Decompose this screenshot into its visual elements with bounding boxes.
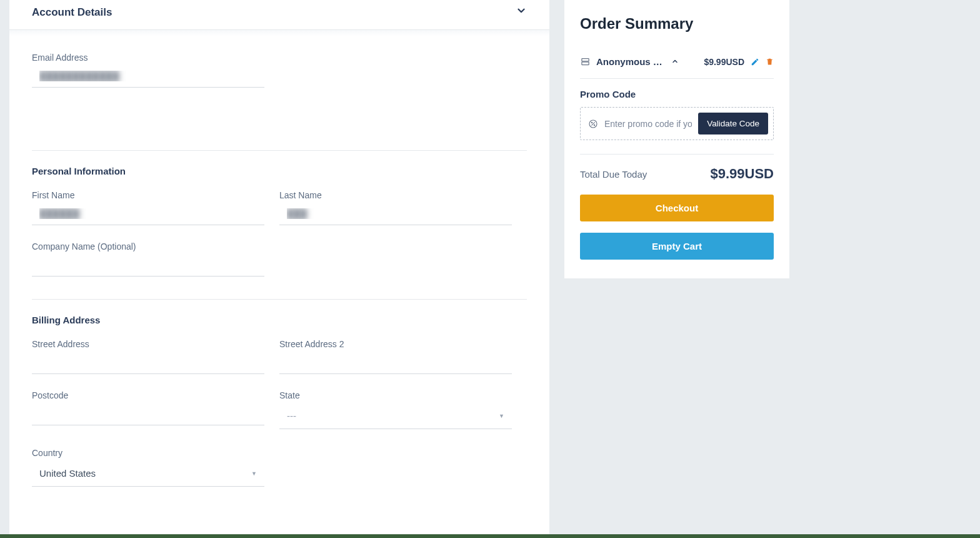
state-value: --- xyxy=(287,410,296,421)
street-label: Street Address xyxy=(32,339,279,349)
caret-down-icon: ▼ xyxy=(499,413,504,419)
account-details-title: Account Details xyxy=(32,6,112,19)
account-details-header[interactable]: Account Details xyxy=(9,0,549,30)
checkout-button[interactable]: Checkout xyxy=(580,195,774,221)
first-name-label: First Name xyxy=(32,190,279,200)
country-select[interactable]: United States ▼ xyxy=(32,460,264,487)
order-summary-panel: Order Summary Anonymous V… $9.99USD Prom… xyxy=(564,0,789,278)
company-label: Company Name (Optional) xyxy=(32,241,527,251)
checkout-form-panel: Account Details Email Address Personal I… xyxy=(9,0,549,538)
server-icon xyxy=(580,57,590,67)
bottom-accent-bar xyxy=(0,534,980,538)
street-field[interactable] xyxy=(32,352,264,374)
chevron-up-icon[interactable] xyxy=(671,58,679,66)
svg-point-7 xyxy=(594,124,594,125)
cart-item-price: $9.99USD xyxy=(704,57,744,67)
edit-icon[interactable] xyxy=(751,58,759,66)
validate-code-button[interactable]: Validate Code xyxy=(698,113,768,134)
email-field[interactable] xyxy=(32,65,264,88)
svg-rect-1 xyxy=(581,62,588,64)
country-value: United States xyxy=(39,468,96,479)
email-label: Email Address xyxy=(32,53,527,63)
last-name-label: Last Name xyxy=(279,190,527,200)
personal-info-title: Personal Information xyxy=(32,166,527,176)
state-label: State xyxy=(279,390,527,400)
street2-field[interactable] xyxy=(279,352,512,374)
svg-rect-0 xyxy=(581,59,588,61)
promo-code-title: Promo Code xyxy=(580,89,774,99)
order-summary-title: Order Summary xyxy=(580,15,774,33)
cart-item-name: Anonymous V… xyxy=(596,56,665,67)
postcode-field[interactable] xyxy=(32,403,264,425)
total-due-amount: $9.99USD xyxy=(710,166,774,182)
street2-label: Street Address 2 xyxy=(279,339,527,349)
postcode-label: Postcode xyxy=(32,390,279,400)
promo-code-input[interactable] xyxy=(604,119,692,129)
chevron-down-icon xyxy=(516,5,527,19)
caret-down-icon: ▼ xyxy=(251,470,257,477)
state-select[interactable]: --- ▼ xyxy=(279,403,512,429)
trash-icon[interactable] xyxy=(766,58,774,66)
first-name-field[interactable] xyxy=(32,203,264,225)
cart-item: Anonymous V… $9.99USD xyxy=(580,56,774,79)
billing-address-title: Billing Address xyxy=(32,315,527,325)
svg-point-6 xyxy=(591,122,592,123)
discount-icon xyxy=(588,119,598,129)
empty-cart-button[interactable]: Empty Cart xyxy=(580,233,774,260)
total-due-label: Total Due Today xyxy=(580,169,647,180)
company-field[interactable] xyxy=(32,254,264,277)
last-name-field[interactable] xyxy=(279,203,512,225)
promo-code-box: Validate Code xyxy=(580,107,774,140)
country-label: Country xyxy=(32,448,279,458)
